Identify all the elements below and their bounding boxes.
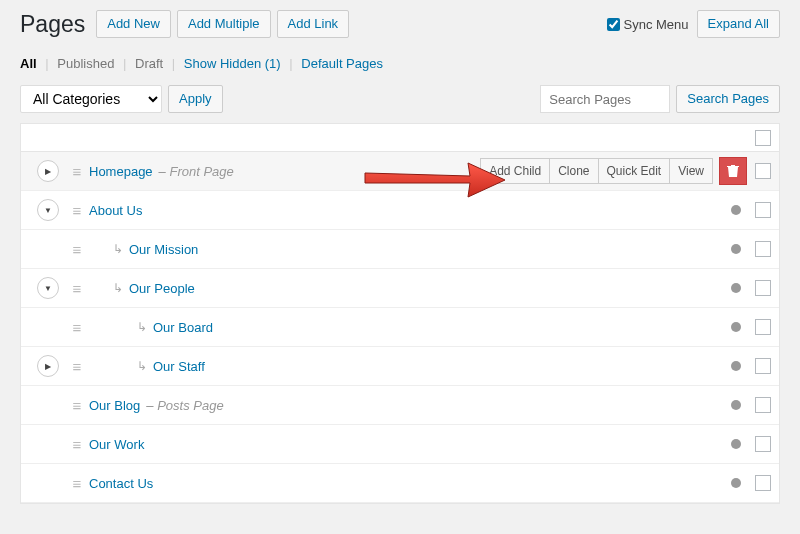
drag-handle-icon[interactable]: ≡ xyxy=(69,280,85,297)
collapse-icon[interactable]: ▼ xyxy=(37,277,59,299)
child-arrow-icon: ↳ xyxy=(137,320,147,334)
drag-handle-icon[interactable]: ≡ xyxy=(69,202,85,219)
add-new-button[interactable]: Add New xyxy=(96,10,171,38)
trash-icon xyxy=(727,164,739,178)
filter-draft[interactable]: Draft xyxy=(135,56,163,71)
add-link-button[interactable]: Add Link xyxy=(277,10,350,38)
filter-all[interactable]: All xyxy=(20,56,37,71)
page-title-link[interactable]: Contact Us xyxy=(89,476,153,491)
add-child-button[interactable]: Add Child xyxy=(480,158,549,184)
category-select[interactable]: All Categories xyxy=(20,85,162,113)
row-checkbox[interactable] xyxy=(755,475,771,491)
row-checkbox[interactable] xyxy=(755,241,771,257)
drag-handle-icon[interactable]: ≡ xyxy=(69,241,85,258)
trash-button[interactable] xyxy=(719,157,747,185)
table-row: ≡Contact Us xyxy=(21,464,779,503)
page-title-link[interactable]: Our Board xyxy=(153,320,213,335)
table-row: ≡Our Work xyxy=(21,425,779,464)
add-multiple-button[interactable]: Add Multiple xyxy=(177,10,271,38)
drag-handle-icon[interactable]: ≡ xyxy=(69,358,85,375)
page-annotation: – Front Page xyxy=(159,164,234,179)
page-title-link[interactable]: Our Staff xyxy=(153,359,205,374)
row-checkbox[interactable] xyxy=(755,202,771,218)
child-arrow-icon: ↳ xyxy=(113,242,123,256)
status-dot-icon xyxy=(731,205,741,215)
page-title-link[interactable]: Homepage xyxy=(89,164,153,179)
expand-icon[interactable]: ▶ xyxy=(37,355,59,377)
row-checkbox[interactable] xyxy=(755,397,771,413)
drag-handle-icon[interactable]: ≡ xyxy=(69,397,85,414)
filter-links: All | Published | Draft | Show Hidden (1… xyxy=(20,56,780,71)
drag-handle-icon[interactable]: ≡ xyxy=(69,436,85,453)
sync-menu-checkbox[interactable] xyxy=(607,18,620,31)
table-row: ▼≡About Us xyxy=(21,191,779,230)
quick-edit-button[interactable]: Quick Edit xyxy=(598,158,670,184)
table-row: ≡↳Our Mission xyxy=(21,230,779,269)
page-title: Pages xyxy=(20,11,85,38)
collapse-icon[interactable]: ▼ xyxy=(37,199,59,221)
apply-button[interactable]: Apply xyxy=(168,85,223,113)
search-button[interactable]: Search Pages xyxy=(676,85,780,113)
search-input[interactable] xyxy=(540,85,670,113)
clone-button[interactable]: Clone xyxy=(549,158,597,184)
drag-handle-icon[interactable]: ≡ xyxy=(69,475,85,492)
pages-table: ▶≡Homepage – Front PageAdd ChildCloneQui… xyxy=(20,123,780,504)
page-title-link[interactable]: Our Blog xyxy=(89,398,140,413)
table-row: ≡↳Our Board xyxy=(21,308,779,347)
status-dot-icon xyxy=(731,283,741,293)
row-checkbox[interactable] xyxy=(755,319,771,335)
view-button[interactable]: View xyxy=(669,158,713,184)
row-checkbox[interactable] xyxy=(755,436,771,452)
page-title-link[interactable]: Our Mission xyxy=(129,242,198,257)
drag-handle-icon[interactable]: ≡ xyxy=(69,319,85,336)
table-row: ▼≡↳Our People xyxy=(21,269,779,308)
filter-default-pages[interactable]: Default Pages xyxy=(301,56,383,71)
page-title-link[interactable]: About Us xyxy=(89,203,142,218)
status-dot-icon xyxy=(731,361,741,371)
expand-all-button[interactable]: Expand All xyxy=(697,10,780,38)
status-dot-icon xyxy=(731,244,741,254)
sync-menu-checkbox-label[interactable]: Sync Menu xyxy=(607,17,689,32)
filter-show-hidden[interactable]: Show Hidden (1) xyxy=(184,56,281,71)
table-row: ≡Our Blog – Posts Page xyxy=(21,386,779,425)
table-row: ▶≡Homepage – Front PageAdd ChildCloneQui… xyxy=(21,152,779,191)
page-annotation: – Posts Page xyxy=(146,398,223,413)
status-dot-icon xyxy=(731,439,741,449)
row-checkbox[interactable] xyxy=(755,280,771,296)
table-row: ▶≡↳Our Staff xyxy=(21,347,779,386)
filter-published[interactable]: Published xyxy=(57,56,114,71)
page-title-link[interactable]: Our People xyxy=(129,281,195,296)
row-checkbox[interactable] xyxy=(755,163,771,179)
drag-handle-icon[interactable]: ≡ xyxy=(69,163,85,180)
status-dot-icon xyxy=(731,400,741,410)
page-title-link[interactable]: Our Work xyxy=(89,437,144,452)
status-dot-icon xyxy=(731,478,741,488)
child-arrow-icon: ↳ xyxy=(137,359,147,373)
row-checkbox[interactable] xyxy=(755,358,771,374)
status-dot-icon xyxy=(731,322,741,332)
child-arrow-icon: ↳ xyxy=(113,281,123,295)
expand-icon[interactable]: ▶ xyxy=(37,160,59,182)
select-all-checkbox[interactable] xyxy=(755,130,771,146)
